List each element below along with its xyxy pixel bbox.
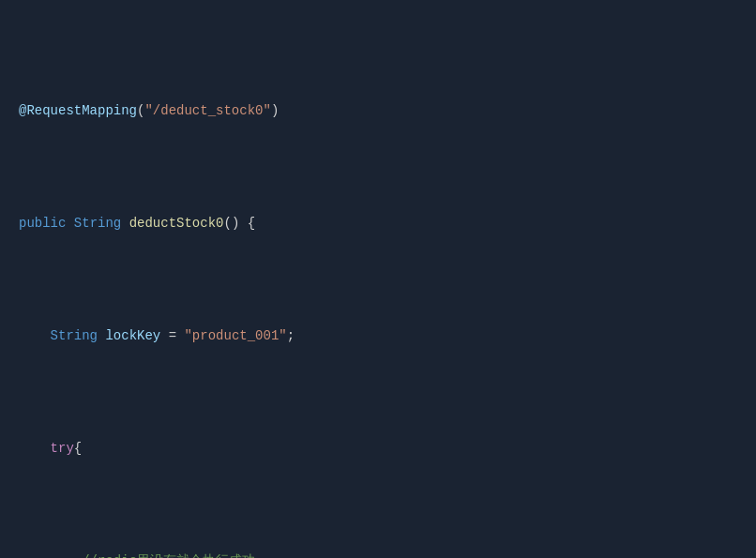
code-editor: @RequestMapping("/deduct_stock0") public… — [0, 0, 756, 558]
annotation-text: @RequestMapping — [19, 99, 137, 122]
line-1: @RequestMapping("/deduct_stock0") — [0, 99, 756, 122]
line-5: //redis里没有就会执行成功 — [0, 550, 756, 558]
line-3: String lockKey = "product_001"; — [0, 324, 756, 347]
line-4: try{ — [0, 437, 756, 460]
line-2: public String deductStock0() { — [0, 212, 756, 234]
